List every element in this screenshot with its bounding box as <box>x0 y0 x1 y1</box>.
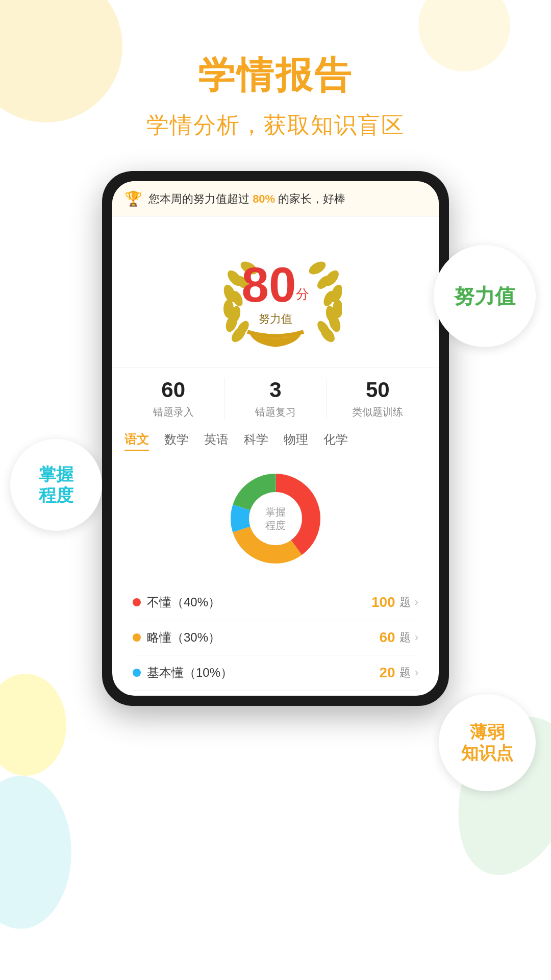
legend-count-0: 100 <box>371 594 395 610</box>
stat-wrong-entry: 60 错题录入 <box>122 378 224 419</box>
score-label: 努力值 <box>242 311 310 327</box>
header: 学情报告 学情分析，获取知识盲区 <box>0 0 551 140</box>
stat-number-wrong-review: 3 <box>224 378 326 402</box>
effort-banner: 🏆 您本周的努力值超过 80% 的家长，好棒 <box>112 181 439 217</box>
effort-section: 80分 努力值 <box>112 217 439 367</box>
donut-chart: 掌握程度 <box>224 468 327 570</box>
legend-dot-2 <box>133 669 141 677</box>
tab-math[interactable]: 数学 <box>164 431 189 451</box>
phone-mockup: 🏆 您本周的努力值超过 80% 的家长，好棒 <box>102 171 449 706</box>
wreath-container: 80分 努力值 <box>209 232 342 355</box>
legend-text-1: 略懂（30%） <box>147 629 220 646</box>
float-mastery-label: 掌握 程度 <box>10 439 102 531</box>
stats-row: 60 错题录入 3 错题复习 50 类似题训练 <box>112 367 439 419</box>
legend-right-0: 100 题 › <box>371 594 418 610</box>
stat-label-wrong-review: 错题复习 <box>224 405 326 419</box>
tab-physics[interactable]: 物理 <box>284 431 308 451</box>
legend-right-2: 20 题 › <box>380 665 418 681</box>
banner-text: 您本周的努力值超过 80% 的家长，好棒 <box>148 191 345 207</box>
legend-right-1: 60 题 › <box>380 629 418 646</box>
legend-item-1[interactable]: 略懂（30%） 60 题 › <box>133 620 418 655</box>
legend-list: 不懂（40%） 100 题 › 略懂（30%） 60 题 <box>112 580 439 696</box>
legend-left-0: 不懂（40%） <box>133 594 220 610</box>
legend-arrow-0: › <box>415 596 418 609</box>
stat-number-similar-train: 50 <box>327 378 429 402</box>
tab-chinese[interactable]: 语文 <box>124 431 149 451</box>
banner-highlight: 80% <box>253 192 275 205</box>
legend-text-0: 不懂（40%） <box>147 594 220 610</box>
stat-wrong-review: 3 错题复习 <box>224 378 327 419</box>
legend-item-2[interactable]: 基本懂（10%） 20 题 › <box>133 655 418 691</box>
chart-section: 掌握程度 <box>112 457 439 580</box>
svg-point-15 <box>307 259 328 277</box>
legend-dot-0 <box>133 598 141 606</box>
bg-decoration-bottomleft <box>0 776 71 929</box>
subject-tabs: 语文 数学 英语 科学 物理 化学 <box>112 419 439 457</box>
legend-item-0[interactable]: 不懂（40%） 100 题 › <box>133 585 418 620</box>
stat-similar-train: 50 类似题训练 <box>327 378 429 419</box>
legend-unit-0: 题 <box>399 595 411 610</box>
legend-count-2: 20 <box>380 665 395 681</box>
legend-unit-2: 题 <box>399 665 411 680</box>
stat-label-similar-train: 类似题训练 <box>327 405 429 419</box>
score-center: 80分 努力值 <box>242 260 310 327</box>
stat-label-wrong-entry: 错题录入 <box>122 405 224 419</box>
float-weak-label: 薄弱 知识点 <box>439 694 536 791</box>
float-effort-label: 努力值 <box>434 245 536 347</box>
legend-text-2: 基本懂（10%） <box>147 665 233 681</box>
phone-screen: 🏆 您本周的努力值超过 80% 的家长，好棒 <box>112 181 439 696</box>
donut-center-label: 掌握程度 <box>265 505 286 532</box>
tab-chemistry[interactable]: 化学 <box>323 431 348 451</box>
score-number: 80 <box>242 257 296 312</box>
legend-left-1: 略懂（30%） <box>133 629 220 646</box>
page-title: 学情报告 <box>0 51 551 100</box>
tab-english[interactable]: 英语 <box>204 431 229 451</box>
legend-left-2: 基本懂（10%） <box>133 665 233 681</box>
bg-decoration-mid <box>0 674 66 776</box>
legend-arrow-2: › <box>415 666 418 679</box>
tab-science[interactable]: 科学 <box>244 431 268 451</box>
legend-dot-1 <box>133 633 141 642</box>
legend-count-1: 60 <box>380 629 395 646</box>
page-subtitle: 学情分析，获取知识盲区 <box>0 110 551 140</box>
phone-frame: 🏆 您本周的努力值超过 80% 的家长，好棒 <box>102 171 449 706</box>
trophy-icon: 🏆 <box>124 190 142 207</box>
stat-number-wrong-entry: 60 <box>122 378 224 402</box>
legend-unit-1: 题 <box>399 630 411 645</box>
legend-arrow-1: › <box>415 631 418 644</box>
